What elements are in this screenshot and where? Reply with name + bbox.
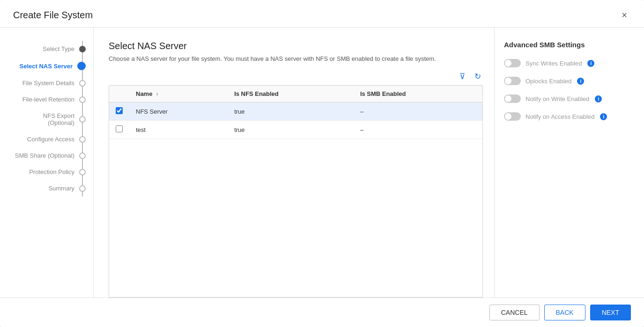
row-checkbox-2[interactable]: [109, 121, 129, 139]
sidebar-item-label-configure-access: Configure Access: [27, 136, 74, 143]
row-smb-1: –: [354, 102, 482, 121]
sidebar-item-label-smb-share: SMB Share (Optional): [15, 152, 74, 159]
row-nfs-2: true: [228, 121, 354, 139]
row-checkbox-1[interactable]: [109, 102, 129, 121]
sidebar-item-label-file-level-retention: File-level Retention: [22, 96, 74, 103]
panel-title: Advanced SMB Settings: [504, 41, 631, 49]
sidebar-item-select-nas-server[interactable]: Select NAS Server: [0, 57, 93, 75]
dialog-footer: CANCEL BACK NEXT: [0, 298, 644, 327]
table-header-name[interactable]: Name ↑: [129, 86, 228, 102]
sidebar-item-label-protection-policy: Protection Policy: [29, 168, 74, 175]
toggle-row-sync-writes: Sync Writes Enabled i: [504, 59, 631, 67]
table-header-nfs-enabled[interactable]: Is NFS Enabled: [228, 86, 354, 102]
step-dot-protection-policy: [79, 169, 86, 175]
toggle-notify-access[interactable]: [504, 112, 521, 121]
table-header-checkbox: [109, 86, 129, 102]
row-smb-2: –: [354, 121, 482, 139]
sidebar-item-label-select-nas-server: Select NAS Server: [20, 63, 73, 70]
filter-button[interactable]: ⊽: [458, 71, 467, 82]
step-dot-select-nas-server: [77, 62, 86, 70]
dialog-header: Create File System ×: [0, 0, 644, 28]
step-dot-select-type: [79, 46, 86, 52]
row-nfs-1: true: [228, 102, 354, 121]
toggle-label-notify-access: Notify on Access Enabled: [526, 113, 594, 120]
step-dot-configure-access: [79, 136, 86, 143]
table-header-smb-enabled[interactable]: Is SMB Enabled: [354, 86, 482, 102]
sidebar: Select Type Select NAS Server File Syste…: [0, 28, 94, 298]
filter-icon: ⊽: [459, 72, 465, 81]
info-icon-sync-writes[interactable]: i: [587, 60, 594, 67]
toggle-row-oplocks: Oplocks Enabled i: [504, 77, 631, 85]
refresh-button[interactable]: ↻: [473, 71, 483, 82]
sidebar-item-select-type: Select Type: [0, 41, 93, 57]
sidebar-item-nfs-export: NFS Export (Optional): [0, 108, 93, 131]
info-icon-notify-access[interactable]: i: [600, 113, 607, 120]
nas-server-table: Name ↑ Is NFS Enabled Is SMB Enabled: [109, 85, 483, 298]
toggle-label-sync-writes: Sync Writes Enabled: [526, 60, 582, 67]
sidebar-steps: Select Type Select NAS Server File Syste…: [0, 41, 93, 196]
close-button[interactable]: ×: [618, 8, 631, 22]
create-file-system-dialog: Create File System × Select Type Select …: [0, 0, 644, 327]
sidebar-item-configure-access: Configure Access: [0, 131, 93, 147]
sidebar-item-file-system-details: File System Details: [0, 75, 93, 91]
step-dot-file-system-details: [79, 80, 86, 87]
info-icon-oplocks[interactable]: i: [577, 78, 584, 85]
sidebar-item-label-summary: Summary: [48, 185, 74, 192]
step-dot-nfs-export: [79, 116, 86, 123]
row-name-1: NFS Server: [129, 102, 228, 121]
table-row[interactable]: test true –: [109, 121, 482, 139]
toggle-label-notify-write: Notify on Write Enabled: [526, 95, 589, 102]
cancel-button[interactable]: CANCEL: [489, 305, 540, 320]
sidebar-item-smb-share: SMB Share (Optional): [0, 147, 93, 164]
table-header-row: Name ↑ Is NFS Enabled Is SMB Enabled: [109, 86, 482, 102]
toggle-row-notify-write: Notify on Write Enabled i: [504, 94, 631, 103]
main-content: Select NAS Server Choose a NAS server fo…: [94, 28, 494, 298]
sidebar-item-summary: Summary: [0, 180, 93, 196]
toggle-oplocks[interactable]: [504, 77, 521, 85]
section-desc: Choose a NAS server for your file system…: [109, 55, 483, 62]
refresh-icon: ↻: [474, 72, 481, 81]
sidebar-item-label-select-type: Select Type: [43, 45, 74, 52]
table-toolbar: ⊽ ↻: [109, 71, 483, 82]
dialog-body: Select Type Select NAS Server File Syste…: [0, 28, 644, 298]
sidebar-item-label-nfs-export: NFS Export (Optional): [43, 112, 74, 126]
sidebar-item-protection-policy: Protection Policy: [0, 164, 93, 180]
dialog-title: Create File System: [13, 10, 93, 21]
sort-asc-icon: ↑: [156, 91, 159, 97]
back-button[interactable]: BACK: [544, 305, 585, 320]
toggle-label-oplocks: Oplocks Enabled: [526, 78, 571, 85]
table-row[interactable]: NFS Server true –: [109, 102, 482, 121]
right-panel: Advanced SMB Settings Sync Writes Enable…: [494, 28, 644, 298]
toggle-notify-write[interactable]: [504, 94, 521, 103]
next-button[interactable]: NEXT: [590, 305, 631, 320]
sidebar-item-file-level-retention: File-level Retention: [0, 91, 93, 108]
step-dot-smb-share: [79, 153, 86, 159]
row-name-2: test: [129, 121, 228, 139]
sidebar-item-label-file-system-details: File System Details: [22, 80, 74, 87]
step-dot-file-level-retention: [79, 96, 86, 103]
step-dot-summary: [79, 185, 86, 192]
toggle-row-notify-access: Notify on Access Enabled i: [504, 112, 631, 121]
info-icon-notify-write[interactable]: i: [595, 95, 602, 102]
section-title: Select NAS Server: [109, 41, 483, 51]
toggle-sync-writes[interactable]: [504, 59, 521, 67]
